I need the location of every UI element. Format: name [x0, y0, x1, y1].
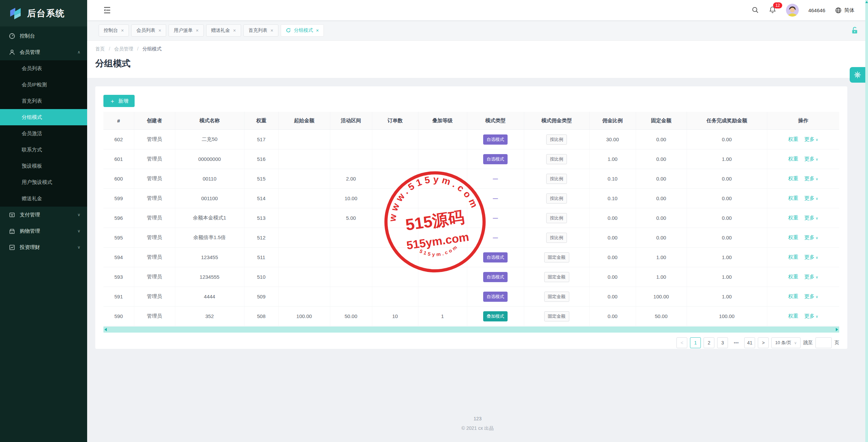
cell-weight: 516 — [244, 149, 278, 169]
close-icon[interactable]: × — [158, 28, 161, 33]
weight-action-link[interactable]: 权重 — [788, 293, 798, 299]
settings-button[interactable] — [850, 67, 865, 83]
horizontal-scrollbar[interactable] — [103, 327, 839, 333]
scroll-left-icon[interactable] — [104, 328, 107, 331]
page-size-select[interactable]: 10 条/页∨ — [771, 337, 801, 348]
cell-id: 596 — [103, 208, 134, 228]
cell-commission-type: 按比例 — [524, 169, 589, 189]
breadcrumb-home[interactable]: 首页 — [95, 46, 105, 51]
cell-creator: 管理员 — [134, 248, 175, 267]
cell-weight: 512 — [244, 228, 278, 248]
weight-action-link[interactable]: 权重 — [788, 156, 798, 162]
weight-action-link[interactable]: 权重 — [788, 175, 798, 181]
close-icon[interactable]: × — [196, 28, 198, 33]
weight-action-link[interactable]: 权重 — [788, 195, 798, 201]
cell-range: 10.00 — [330, 189, 372, 208]
close-icon[interactable]: × — [121, 28, 124, 33]
cell-name: 00000000 — [175, 149, 244, 169]
cell-stack_level: 1 — [418, 307, 467, 326]
language-switcher[interactable]: 简体 — [835, 7, 854, 14]
column-header: 叠加等级 — [418, 112, 467, 130]
collapse-sidebar-icon[interactable] — [103, 6, 112, 15]
next-page-button[interactable]: > — [758, 337, 769, 348]
username[interactable]: 464646 — [808, 7, 825, 13]
sidebar-item-invest[interactable]: 投资理财∨ — [0, 239, 87, 255]
sidebar-subitem[interactable]: 赠送礼金 — [0, 190, 87, 207]
tab-会员列表[interactable]: 会员列表× — [131, 24, 166, 37]
add-button[interactable]: ＋ 新增 — [103, 95, 135, 107]
more-action-link[interactable]: 更多∨ — [804, 313, 818, 319]
refresh-icon[interactable] — [286, 28, 291, 33]
more-action-link[interactable]: 更多∨ — [804, 234, 818, 240]
tab-首充列表[interactable]: 首充列表× — [243, 24, 278, 37]
app-title: 后台系统 — [27, 7, 65, 19]
scroll-right-icon[interactable] — [836, 328, 838, 331]
cell-task_reward: 1.00 — [687, 267, 767, 287]
weight-action-link[interactable]: 权重 — [788, 313, 798, 319]
lock-icon[interactable] — [850, 26, 859, 35]
tab-分组模式[interactable]: 分组模式× — [281, 24, 324, 37]
cell-creator: 管理员 — [134, 267, 175, 287]
chevron-down-icon: ∨ — [815, 216, 818, 220]
sidebar-item-label: 控制台 — [20, 33, 35, 39]
more-action-link[interactable]: 更多∨ — [804, 175, 818, 181]
shopping-icon — [9, 228, 15, 234]
sidebar-subitem[interactable]: 会员IP检测 — [0, 77, 87, 93]
sidebar-item-shopping[interactable]: 购物管理∨ — [0, 223, 87, 239]
weight-action-link[interactable]: 权重 — [788, 136, 798, 142]
page-button-41[interactable]: 41 — [744, 337, 755, 348]
weight-action-link[interactable]: 权重 — [788, 234, 798, 240]
page-button-3[interactable]: 3 — [717, 337, 728, 348]
prev-page-button[interactable]: < — [676, 337, 687, 348]
jump-page-input[interactable] — [815, 337, 832, 348]
sidebar-subitem[interactable]: 联系方式 — [0, 142, 87, 158]
sidebar-subitem[interactable]: 首充列表 — [0, 93, 87, 109]
globe-icon — [835, 7, 842, 14]
sidebar-subitem[interactable]: 预设模板 — [0, 158, 87, 174]
more-action-link[interactable]: 更多∨ — [804, 274, 818, 279]
more-action-link[interactable]: 更多∨ — [804, 254, 818, 260]
tab-控制台[interactable]: 控制台× — [99, 24, 129, 37]
cell-orders — [372, 267, 418, 287]
weight-action-link[interactable]: 权重 — [788, 215, 798, 220]
close-icon[interactable]: × — [233, 28, 236, 33]
sidebar-item-dashboard[interactable]: 控制台 — [0, 28, 87, 44]
notifications[interactable]: 12 — [769, 6, 776, 15]
more-action-link[interactable]: 更多∨ — [804, 156, 818, 162]
sidebar-subitem[interactable]: 分组模式 — [0, 109, 87, 125]
avatar[interactable] — [786, 4, 799, 17]
page-size-value: 10 条/页 — [775, 340, 791, 346]
column-header: 活动区间 — [330, 112, 372, 130]
add-button-label: 新增 — [118, 98, 129, 104]
weight-action-link[interactable]: 权重 — [788, 254, 798, 260]
sidebar-subitem[interactable]: 用户预设模式 — [0, 174, 87, 190]
sidebar-subitem[interactable]: 会员激活 — [0, 125, 87, 142]
cell-fixed_amount: 0.00 — [636, 228, 687, 248]
more-action-link[interactable]: 更多∨ — [804, 136, 818, 142]
breadcrumb-parent[interactable]: 会员管理 — [114, 46, 133, 51]
more-action-link[interactable]: 更多∨ — [804, 293, 818, 299]
sidebar-subitem[interactable]: 会员列表 — [0, 60, 87, 77]
cell-mode-type: — — [467, 169, 524, 189]
table-row: 600管理员001105152.00—按比例0.100.000.00权重更多∨ — [103, 169, 839, 189]
sidebar-item-payment[interactable]: 支付管理∨ — [0, 207, 87, 223]
search-icon[interactable] — [752, 6, 759, 14]
weight-action-link[interactable]: 权重 — [788, 274, 798, 279]
cell-commission-type: 按比例 — [524, 208, 589, 228]
chevron-down-icon: ∨ — [815, 196, 818, 201]
sidebar-item-user[interactable]: 会员管理∧ — [0, 44, 87, 60]
tab-用户派单[interactable]: 用户派单× — [169, 24, 203, 37]
page-button-1[interactable]: 1 — [690, 337, 701, 348]
cell-actions: 权重更多∨ — [767, 248, 839, 267]
vertical-scrollbar[interactable] — [865, 0, 868, 442]
cell-task_reward: 0.00 — [687, 228, 767, 248]
scroll-up-icon[interactable] — [865, 1, 868, 3]
close-icon[interactable]: × — [271, 28, 273, 33]
more-action-link[interactable]: 更多∨ — [804, 215, 818, 220]
close-icon[interactable]: × — [316, 28, 319, 33]
page-button-2[interactable]: 2 — [704, 337, 714, 348]
commission-type-tag: 固定金额 — [544, 272, 569, 282]
more-action-link[interactable]: 更多∨ — [804, 195, 818, 201]
cell-start_amount — [278, 248, 330, 267]
tab-赠送礼金[interactable]: 赠送礼金× — [206, 24, 241, 37]
